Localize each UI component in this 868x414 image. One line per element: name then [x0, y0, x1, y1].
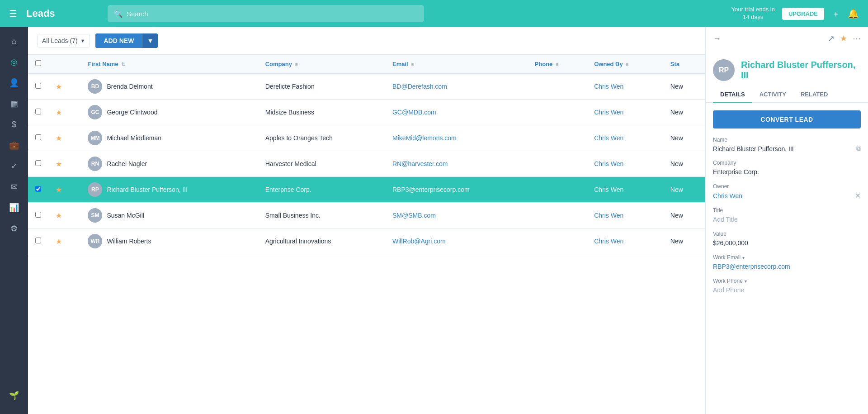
tab-details[interactable]: DETAILS [713, 86, 752, 103]
row-star[interactable]: ★ [48, 203, 80, 228]
row-checkbox-cell[interactable] [28, 228, 48, 254]
col-company[interactable]: Company ≡ [258, 55, 385, 73]
row-owner[interactable]: Chris Wen [587, 228, 663, 254]
field-work-email-value[interactable]: RBP3@enterprisecorp.com [713, 263, 790, 270]
row-email[interactable]: WillRob@Agri.com [385, 228, 528, 254]
sidebar-item-projects[interactable]: 💼 [5, 136, 24, 155]
row-checkbox[interactable] [35, 238, 41, 243]
row-email[interactable]: SM@SMB.com [385, 203, 528, 228]
row-checkbox-cell[interactable] [28, 177, 48, 203]
row-star[interactable]: ★ [48, 151, 80, 177]
star-icon[interactable]: ★ [56, 109, 62, 116]
row-email[interactable]: GC@MDB.com [385, 100, 528, 125]
owner-link[interactable]: Chris Wen [594, 238, 623, 245]
work-phone-caret[interactable]: ▾ [745, 279, 747, 284]
field-title-value[interactable]: Add Title [713, 216, 737, 223]
row-email[interactable]: MikeMid@lemons.com [385, 125, 528, 151]
select-all-cell[interactable] [28, 55, 48, 73]
upgrade-button[interactable]: UPGRADE [782, 8, 824, 20]
back-icon[interactable]: → [713, 34, 721, 43]
row-checkbox-cell[interactable] [28, 100, 48, 125]
sidebar-item-home[interactable]: ⌂ [5, 32, 24, 51]
col-email[interactable]: Email ≡ [385, 55, 528, 73]
row-star[interactable]: ★ [48, 228, 80, 254]
star-icon[interactable]: ★ [56, 134, 62, 142]
field-work-phone-value[interactable]: Add Phone [713, 286, 744, 294]
row-owner[interactable]: Chris Wen [587, 177, 663, 203]
row-owner[interactable]: Chris Wen [587, 151, 663, 177]
table-row[interactable]: ★ MM Michael Middleman Apples to Oranges… [28, 125, 705, 151]
search-input[interactable] [127, 10, 418, 18]
owner-link[interactable]: Chris Wen [594, 83, 623, 90]
row-star[interactable]: ★ [48, 125, 80, 151]
col-owned-by[interactable]: Owned By ≡ [587, 55, 663, 73]
row-checkbox[interactable] [35, 83, 41, 89]
table-row[interactable]: ★ RP Richard Bluster Pufferson, III Ente… [28, 177, 705, 203]
owner-link[interactable]: Chris Wen [594, 109, 623, 116]
row-checkbox-cell[interactable] [28, 203, 48, 228]
table-row[interactable]: ★ RN Rachel Nagler Harvester Medical RN@… [28, 151, 705, 177]
owner-link[interactable]: Chris Wen [594, 186, 623, 193]
more-options-icon[interactable]: ⋯ [853, 33, 861, 43]
sidebar-item-revenue[interactable]: $ [5, 115, 24, 134]
star-icon[interactable]: ★ [56, 212, 62, 219]
copy-icon[interactable]: ⧉ [856, 145, 861, 152]
sidebar-item-brand[interactable]: 🌱 [5, 386, 24, 405]
row-owner[interactable]: Chris Wen [587, 73, 663, 100]
sidebar-item-tasks[interactable]: ✓ [5, 157, 24, 176]
sidebar-item-settings[interactable]: ⚙ [5, 219, 24, 238]
row-owner[interactable]: Chris Wen [587, 203, 663, 228]
external-link-icon[interactable]: ↗ [828, 33, 835, 43]
row-email[interactable]: RBP3@enterprisecorp.com [385, 177, 528, 203]
notification-icon[interactable]: 🔔 [848, 8, 859, 19]
table-row[interactable]: ★ BD Brenda Delmont Derelicte Fashion BD… [28, 73, 705, 100]
convert-lead-button[interactable]: CONVERT LEAD [713, 110, 861, 128]
tab-related[interactable]: RELATED [793, 86, 835, 103]
owner-link[interactable]: Chris Wen [594, 212, 623, 219]
add-new-caret[interactable]: ▼ [142, 33, 158, 48]
table-row[interactable]: ★ GC George Clintwood Midsize Business G… [28, 100, 705, 125]
row-email[interactable]: RN@harvester.com [385, 151, 528, 177]
col-status[interactable]: Sta [663, 55, 705, 73]
row-star[interactable]: ★ [48, 100, 80, 125]
email-link[interactable]: RN@harvester.com [392, 160, 448, 167]
row-checkbox[interactable] [35, 134, 41, 140]
row-owner[interactable]: Chris Wen [587, 100, 663, 125]
table-row[interactable]: ★ WR William Roberts Agricultural Innova… [28, 228, 705, 254]
row-checkbox[interactable] [35, 212, 41, 218]
email-link[interactable]: MikeMid@lemons.com [392, 134, 457, 142]
email-link[interactable]: SM@SMB.com [392, 212, 436, 219]
table-row[interactable]: ★ SM Susan McGill Small Business Inc. SM… [28, 203, 705, 228]
email-link[interactable]: BD@Derefash.com [392, 83, 447, 90]
sidebar-item-deals[interactable]: ▦ [5, 94, 24, 113]
owner-link[interactable]: Chris Wen [594, 160, 623, 167]
star-icon[interactable]: ★ [56, 186, 62, 194]
row-email[interactable]: BD@Derefash.com [385, 73, 528, 100]
col-first-name[interactable]: First Name ⇅ [80, 55, 258, 73]
row-checkbox-cell[interactable] [28, 125, 48, 151]
row-checkbox[interactable] [35, 186, 41, 192]
row-owner[interactable]: Chris Wen [587, 125, 663, 151]
add-new-button[interactable]: ADD NEW ▼ [95, 33, 158, 48]
remove-owner-icon[interactable]: ✕ [855, 191, 861, 200]
sidebar-item-mail[interactable]: ✉ [5, 177, 24, 196]
filter-dropdown[interactable]: All Leads (7) ▼ [37, 34, 90, 48]
row-checkbox-cell[interactable] [28, 73, 48, 100]
select-all-checkbox[interactable] [35, 60, 41, 66]
sidebar-item-reports[interactable]: 📊 [5, 198, 24, 217]
row-checkbox[interactable] [35, 109, 41, 114]
star-icon[interactable]: ★ [56, 238, 62, 245]
col-phone[interactable]: Phone ≡ [528, 55, 587, 73]
email-link[interactable]: GC@MDB.com [392, 109, 436, 116]
owner-link[interactable]: Chris Wen [594, 134, 623, 142]
hamburger-icon[interactable]: ☰ [9, 8, 17, 19]
star-icon[interactable]: ★ [56, 83, 62, 90]
email-link[interactable]: RBP3@enterprisecorp.com [392, 186, 470, 193]
row-star[interactable]: ★ [48, 73, 80, 100]
row-checkbox[interactable] [35, 160, 41, 166]
sidebar-item-target[interactable]: ◎ [5, 52, 24, 71]
work-email-caret[interactable]: ▾ [742, 255, 745, 260]
email-link[interactable]: WillRob@Agri.com [392, 238, 446, 245]
add-icon[interactable]: ＋ [831, 8, 840, 20]
sidebar-item-contacts[interactable]: 👤 [5, 73, 24, 92]
